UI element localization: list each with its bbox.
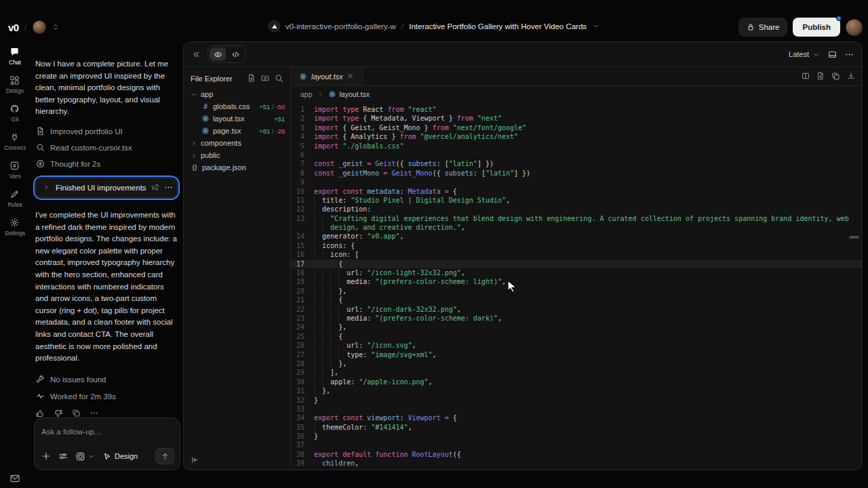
thumbs-up-icon[interactable] (35, 409, 45, 418)
editor-breadcrumb: app layout.tsx (291, 86, 862, 102)
vars-icon (9, 160, 20, 171)
sidebar-item-vars[interactable]: Vars (4, 160, 26, 180)
code-viewport[interactable]: 1import type React from "react"2import t… (291, 102, 862, 470)
sidebar-item-design[interactable]: Design (4, 75, 26, 94)
tab-layout-tsx[interactable]: layout.tsx (291, 67, 363, 85)
scrollbar-thumb[interactable] (849, 236, 859, 239)
task-card-label: Finished UI improvements (56, 184, 146, 192)
task-step[interactable]: Thought for 2s (35, 159, 178, 169)
code-line: 22 url: "/icon-dark-32x32.png", (291, 305, 862, 314)
topbar-right: Share Publish (738, 18, 863, 37)
folder-app[interactable]: app (184, 88, 290, 100)
project-name[interactable]: v0-interactive-portfolio-gallery-w (285, 22, 396, 30)
code-line: 19 media: "(prefers-color-scheme: light)… (291, 277, 862, 286)
file-page.tsx[interactable]: page.tsx+81 / -28 (184, 125, 290, 137)
sparkle-circle-icon (35, 159, 45, 169)
editor-toolbar: Latest (184, 42, 862, 67)
new-file-icon[interactable] (248, 74, 256, 83)
editor-panel: Latest File Explorer app#globals. (183, 41, 863, 470)
notification-dot (836, 16, 842, 21)
sidebar-item-connect[interactable]: Connect (4, 131, 26, 151)
code-line: 18 url: "/icon-light-32x32.png", (291, 268, 862, 277)
task-step[interactable]: Read custom-cursor.tsx (35, 143, 178, 152)
sidebar-item-git[interactable]: Git (4, 103, 26, 123)
plus-icon[interactable] (41, 451, 51, 461)
code-line: 28 }, (291, 359, 862, 368)
chevron-down-icon[interactable] (592, 22, 599, 30)
new-folder-icon[interactable] (261, 74, 269, 83)
thumbs-down-icon[interactable] (54, 409, 63, 418)
code-line: 39 children, (291, 459, 862, 468)
dock-left-icon[interactable] (191, 455, 199, 464)
mail-icon[interactable] (0, 473, 30, 484)
panel-layout-icon[interactable] (828, 50, 837, 59)
chat-panel: Now I have a complete picture. Let me cr… (30, 41, 182, 488)
code-line: 13 "Crafting digital experiences that bl… (291, 214, 862, 223)
code-line: 35 themeColor: "#141414", (291, 423, 862, 432)
followup-composer[interactable]: Design (34, 418, 180, 470)
react-icon (299, 73, 307, 81)
breadcrumb-separator: / (400, 22, 404, 31)
more-options-icon[interactable] (164, 183, 173, 192)
download-icon[interactable] (847, 72, 855, 81)
file-type-icon: {} (191, 164, 199, 171)
publish-button[interactable]: Publish (793, 18, 840, 37)
code-line: design, and creative direction.", (291, 223, 862, 232)
sidebar-item-rules[interactable]: Rules (4, 188, 26, 208)
file-package.json[interactable]: {}package.json (184, 161, 290, 174)
version-selector[interactable]: Latest (789, 50, 820, 58)
search-files-icon[interactable] (275, 74, 283, 83)
preview-toggle-eye-icon[interactable] (210, 47, 226, 61)
sliders-icon[interactable] (58, 451, 68, 461)
code-toggle-icon[interactable] (227, 47, 243, 61)
arrow-up-icon (161, 452, 170, 461)
send-button[interactable] (155, 448, 174, 464)
user-avatar[interactable] (846, 19, 863, 36)
followup-input[interactable] (41, 428, 173, 436)
design-mode-button[interactable]: Design (102, 452, 138, 461)
sidebar-item-chat[interactable]: Chat (4, 46, 26, 66)
sidebar-item-settings[interactable]: Settings (4, 217, 26, 237)
file-diff-icon[interactable] (816, 72, 825, 81)
folder-components[interactable]: components (184, 137, 290, 149)
code-line: 3import { Geist, Geist_Mono } from "next… (291, 123, 862, 132)
close-tab-icon[interactable] (347, 73, 354, 80)
code-line: 34export const viewport: Viewport = { (291, 413, 862, 422)
split-view-icon[interactable] (802, 72, 810, 81)
wrench-icon (35, 375, 45, 384)
task-steps: Improved portfolio UIRead custom-cursor.… (35, 127, 178, 169)
code-line: 17 { (291, 260, 862, 268)
v0-logo[interactable]: v0 (8, 22, 19, 33)
more-options-icon[interactable] (845, 50, 854, 59)
chevron-down-icon (87, 453, 95, 460)
code-editor: layout.tsx app layout.tsx (291, 67, 862, 470)
status-item: Worked for 2m 39s (35, 392, 178, 401)
breadcrumb-folder[interactable]: app (300, 90, 313, 98)
code-line: 12 description: (291, 205, 862, 214)
code-line: 1import type React from "react" (291, 105, 862, 114)
file-layout.tsx[interactable]: layout.tsx+51 (184, 113, 290, 125)
breadcrumb-file[interactable]: layout.tsx (328, 90, 370, 98)
collapse-panel-icon[interactable] (192, 50, 201, 59)
code-line: 37 (291, 441, 862, 449)
finished-task-card[interactable]: Finished UI improvements v2 (35, 178, 178, 198)
code-line: 21 { (291, 296, 862, 304)
task-step[interactable]: Improved portfolio UI (35, 127, 178, 136)
ellipsis-icon[interactable] (90, 409, 98, 418)
activity-icon (35, 392, 45, 401)
folder-public[interactable]: public (184, 149, 290, 161)
code-line: 23 media: "(prefers-color-scheme: dark)"… (291, 314, 862, 323)
composer-toolbar: Design (41, 448, 174, 464)
model-picker[interactable] (75, 451, 95, 462)
workspace-switcher-icon[interactable] (52, 23, 60, 31)
view-toggle (208, 45, 245, 63)
copy-icon[interactable] (72, 409, 81, 418)
file-globals.css[interactable]: #globals.css+51 / -50 (184, 100, 290, 113)
share-button[interactable]: Share (738, 18, 788, 37)
diff-stats: +81 / -28 (259, 127, 285, 135)
copy-file-icon[interactable] (831, 72, 840, 81)
avatar[interactable] (33, 20, 46, 34)
chat-title[interactable]: Interactive Portfolio Gallery with Hover… (409, 22, 587, 30)
gear-icon (9, 217, 20, 228)
v0-app-window: v0 / v0-interactive-portfolio-gallery-w … (0, 0, 868, 488)
